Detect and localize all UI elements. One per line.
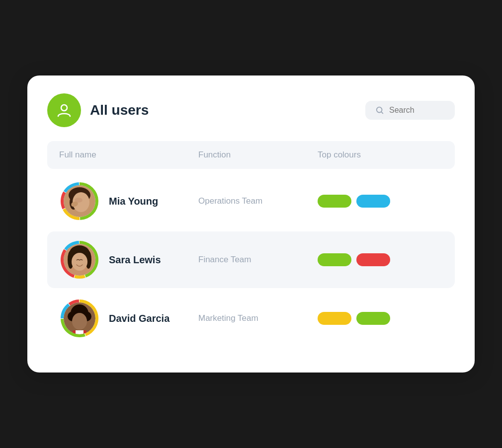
user-fullname: Mia Young (109, 196, 158, 207)
avatar-image (64, 185, 95, 217)
table-row[interactable]: Mia Young Operations Team (47, 173, 455, 229)
avatar-image (64, 244, 95, 276)
search-icon (375, 106, 384, 115)
user-function: Marketing Team (198, 313, 318, 323)
avatar (59, 298, 100, 339)
color-badge (318, 312, 351, 325)
color-badge (356, 253, 390, 266)
col-top-colours: Top colours (318, 150, 443, 160)
user-name-cell: David Garcia (59, 298, 198, 339)
color-badges (318, 253, 443, 266)
avatar (59, 181, 100, 222)
users-icon (55, 101, 73, 119)
user-fullname: Sara Lewis (109, 254, 161, 266)
avatar (59, 239, 100, 280)
color-badge (318, 195, 351, 208)
svg-point-17 (72, 313, 87, 330)
user-function: Operations Team (198, 196, 318, 206)
color-badge (318, 253, 351, 266)
color-badge (356, 312, 390, 325)
search-input[interactable] (389, 106, 445, 115)
svg-rect-19 (76, 330, 84, 334)
main-card: All users Full name Function Top colours (27, 75, 475, 373)
svg-point-0 (61, 105, 67, 111)
avatar-image (64, 302, 95, 334)
col-full-name: Full name (59, 150, 198, 160)
user-fullname: David Garcia (109, 313, 169, 324)
svg-point-12 (72, 253, 87, 271)
table-header: Full name Function Top colours (47, 141, 455, 169)
user-name-cell: Mia Young (59, 181, 198, 222)
header-left: All users (47, 93, 149, 127)
col-function: Function (198, 150, 318, 160)
user-name-cell: Sara Lewis (59, 239, 198, 280)
user-list: Mia Young Operations Team (47, 173, 455, 347)
header: All users (47, 93, 455, 127)
user-function: Finance Team (198, 255, 318, 265)
users-icon-circle (47, 93, 81, 127)
table-row[interactable]: Sara Lewis Finance Team (47, 231, 455, 288)
color-badges (318, 312, 443, 325)
color-badge (356, 195, 390, 208)
color-badges (318, 195, 443, 208)
table-row[interactable]: David Garcia Marketing Team (47, 290, 455, 347)
search-box[interactable] (365, 101, 455, 120)
page-title: All users (90, 102, 149, 118)
